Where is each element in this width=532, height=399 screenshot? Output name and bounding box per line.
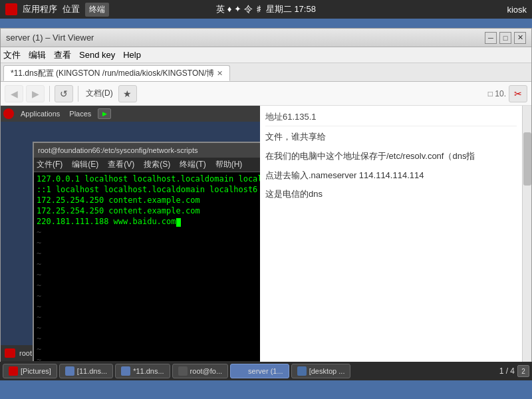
vim-menu-file[interactable]: 文件(F): [37, 159, 63, 170]
vim-menu-terminal[interactable]: 终端(T): [180, 159, 205, 170]
page-counter: □ 10.: [488, 89, 506, 98]
virt-viewer-menubar: 文件 编辑 查看 Send key Help: [1, 47, 531, 63]
vim-tilde-1: ~: [37, 227, 260, 237]
gnome-app-icon: [3, 108, 14, 119]
right-content-p2: 在我们的电脑中这个地址保存于/etc/resolv.conf（dns指: [265, 150, 517, 164]
vim-tilde-13: ~: [37, 354, 260, 361]
vim-line-3: 172.25.254.250 content.example.com: [37, 195, 260, 205]
taskbar-desktop-label: [desktop ...: [309, 367, 345, 375]
app-icon: [5, 3, 17, 15]
taskbar-server-label: server (1...: [248, 367, 283, 375]
scissors-button[interactable]: ✂: [509, 85, 527, 102]
right-content-p4: 这是电信的dns: [265, 188, 517, 201]
vim-tilde-4: ~: [37, 259, 260, 269]
right-panel: 地址61.135.1 文件，谁共享给 在我们的电脑中这个地址保存于/etc/re…: [260, 106, 531, 380]
gnome-terminal-icon[interactable]: ▶: [98, 108, 111, 119]
taskbar-pictures-label: [Pictures]: [21, 367, 51, 375]
menu-edit[interactable]: 编辑: [29, 49, 46, 61]
taskbar-11dns1[interactable]: [11.dns...: [59, 364, 113, 378]
desktop-icon: [297, 366, 307, 376]
right-content-p1: 文件，谁共享给: [265, 130, 517, 144]
toolbar-separator: [49, 86, 50, 102]
vim-menu-search[interactable]: 搜索(S): [144, 159, 170, 170]
topbar-right: kiosk: [507, 5, 527, 15]
taskbar-11dns2-label: *11.dns...: [133, 367, 164, 375]
back-button[interactable]: ◀: [5, 85, 23, 102]
virt-viewer-win-controls: ─ □ ✕: [485, 32, 526, 44]
location-menu[interactable]: 位置: [63, 3, 80, 15]
pager-button[interactable]: 2: [517, 365, 529, 377]
vim-line-2: ::1 localhost localhost.localdomain loca…: [37, 184, 260, 195]
terminal-icon: [178, 366, 188, 376]
vim-tilde-10: ~: [37, 323, 260, 333]
vim-line-5: 220.181.111.188 www.baidu.com: [37, 216, 260, 227]
virt-viewer-titlebar: server (1) – Virt Viewer ─ □ ✕: [1, 29, 531, 47]
virt-viewer-window: server (1) – Virt Viewer ─ □ ✕ 文件 编辑 查看 …: [0, 28, 532, 380]
vim-titlebar: root@foundation66:/etc/sysconfig/network…: [34, 143, 260, 158]
refresh-button[interactable]: ↺: [55, 85, 73, 102]
vim-tilde-6: ~: [37, 280, 260, 291]
vim-tilde-8: ~: [37, 301, 260, 312]
terminal-menu[interactable]: 终端: [85, 3, 109, 17]
vim-title: root@foundation66:/etc/sysconfig/network…: [38, 146, 198, 154]
menu-file[interactable]: 文件: [3, 49, 21, 61]
app-menu[interactable]: 应用程序: [23, 3, 57, 15]
viewer-icon: [236, 366, 245, 376]
virt-viewer-toolbar: ◀ ▶ ↺ 文档(D) ★ □ 10. ✂: [1, 82, 531, 106]
tab-close-icon[interactable]: ✕: [217, 69, 223, 78]
system-topbar: 应用程序 位置 终端 英 ♦ ✦ 令 ♯ 星期二 17:58 kiosk: [0, 0, 532, 19]
topbar-left: 应用程序 位置 终端: [5, 3, 109, 17]
taskbar: [Pictures] [11.dns... *11.dns... root@fo…: [0, 362, 532, 380]
maximize-button[interactable]: □: [499, 32, 511, 44]
vim-tilde-12: ~: [37, 344, 260, 354]
vim-tilde-5: ~: [37, 269, 260, 280]
menu-sendkey[interactable]: Send key: [79, 50, 115, 60]
vim-tilde-3: ~: [37, 248, 260, 259]
taskbar-pictures[interactable]: [Pictures]: [3, 364, 57, 378]
toolbar-separator2: [78, 86, 78, 102]
pictures-icon: [9, 366, 18, 376]
menu-view[interactable]: 查看: [54, 49, 71, 61]
vim-content[interactable]: 127.0.0.1 localhost localhost.localdomai…: [34, 172, 260, 361]
vim-tilde-9: ~: [37, 312, 260, 323]
vim-menu-edit[interactable]: 编辑(E): [72, 159, 98, 170]
scroll-thumb[interactable]: [523, 132, 531, 186]
forward-button[interactable]: ▶: [26, 85, 45, 102]
vim-line-4: 172.25.254.250 content.example.com: [37, 205, 260, 216]
terminal-app-icon: [5, 348, 15, 358]
virt-viewer-tabs: *11.dns配置 (KINGSTON /run/media/kiosk/KIN…: [1, 63, 531, 82]
task-pager: 1 / 4 2: [499, 365, 529, 377]
right-content: 文件，谁共享给 在我们的电脑中这个地址保存于/etc/resolv.conf（d…: [265, 130, 517, 201]
taskbar-server[interactable]: server (1...: [230, 364, 289, 378]
vim-cursor: [176, 218, 181, 227]
minimize-button[interactable]: ─: [485, 32, 497, 44]
gnome-places[interactable]: Places: [66, 108, 94, 119]
vim-tilde-2: ~: [37, 237, 260, 248]
scrollbar-vertical[interactable]: [522, 106, 531, 380]
server-display: Applications Places ▶ root@foundation66:…: [1, 106, 260, 380]
taskbar-11dns2[interactable]: *11.dns...: [115, 364, 170, 378]
vim-menu-view[interactable]: 查看(V): [108, 159, 134, 170]
gnome-applications[interactable]: Applications: [18, 108, 63, 119]
virt-viewer-title: server (1) – Virt Viewer: [6, 33, 94, 43]
right-panel-title: 地址61.135.1: [265, 111, 517, 126]
close-button[interactable]: ✕: [514, 32, 526, 44]
menu-help[interactable]: Help: [123, 50, 141, 60]
doc-icon-1: [65, 366, 74, 376]
pager-label: 1 / 4: [499, 366, 515, 376]
vim-tilde-11: ~: [37, 333, 260, 344]
tab-dns-config[interactable]: *11.dns配置 (KINGSTON /run/media/kiosk/KIN…: [3, 65, 230, 81]
taskbar-desktop[interactable]: [desktop ...: [291, 364, 351, 378]
vim-menu-help[interactable]: 帮助(H): [215, 159, 243, 170]
right-panel-scroll: 地址61.135.1 文件，谁共享给 在我们的电脑中这个地址保存于/etc/re…: [260, 106, 522, 380]
taskbar-rootfo[interactable]: root@fo...: [172, 364, 228, 378]
system-info: 英 ♦ ✦ 令 ♯ 星期二 17:58: [216, 4, 316, 14]
topbar-center: 英 ♦ ✦ 令 ♯ 星期二 17:58: [216, 3, 316, 15]
vim-line-1: 127.0.0.1 localhost localhost.localdomai…: [37, 174, 260, 184]
vim-menubar: 文件(F) 编辑(E) 查看(V) 搜索(S) 终端(T) 帮助(H): [34, 158, 260, 172]
bookmark-button[interactable]: ★: [118, 85, 137, 102]
tab-label: *11.dns配置 (KINGSTON /run/media/kiosk/KIN…: [11, 68, 214, 79]
doc-label: 文档(D): [83, 88, 116, 99]
gnome-panel: Applications Places ▶: [1, 106, 260, 122]
server-desktop-bg: root@foundation66:/etc/sysconfig/network…: [1, 122, 260, 361]
